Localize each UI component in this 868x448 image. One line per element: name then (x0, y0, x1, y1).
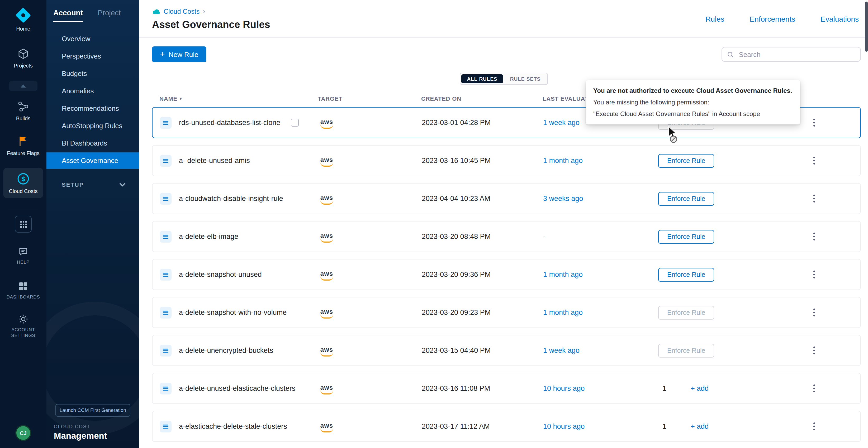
kebab-menu-icon[interactable] (809, 382, 819, 394)
launch-ccm-first-gen-button[interactable]: Launch CCM First Generation (55, 404, 130, 417)
sidebar-item-overview[interactable]: Overview (46, 31, 140, 47)
aws-text: aws (320, 119, 333, 125)
aws-smile-icon (320, 163, 333, 167)
created-on: 2023-03-17 11:12 AM (422, 422, 543, 430)
breadcrumb[interactable]: Cloud Costs › (152, 7, 205, 15)
kebab-menu-icon[interactable] (809, 116, 819, 129)
sidebar-item-perspectives[interactable]: Perspectives (46, 48, 140, 64)
enforce-rule-button[interactable]: Enforce Rule (658, 192, 714, 205)
rail-item-feature-flags[interactable]: Feature Flags (7, 135, 39, 156)
rule-name[interactable]: rds-unused-databases-list-clone (179, 119, 280, 127)
rule-name[interactable]: a- delete-unused-amis (179, 157, 250, 165)
toggle-rule-sets[interactable]: RULE SETS (504, 74, 547, 83)
sidebar-item-bi-dashboards[interactable]: BI Dashboards (46, 135, 140, 151)
add-enforcement-link[interactable]: + add (691, 384, 709, 392)
rule-name[interactable]: a-delete-unused-elasticache-clusters (179, 384, 295, 392)
tab-project[interactable]: Project (98, 8, 121, 22)
table-row[interactable]: a-delete-elb-image aws 2023-03-20 08:48 … (152, 221, 861, 252)
table-row[interactable]: a-delete-snapshot-with-no-volume aws 202… (152, 297, 861, 328)
table-row[interactable]: a-delete-snapshot-unused aws 2023-03-20 … (152, 259, 861, 290)
kebab-menu-icon[interactable] (809, 420, 819, 433)
aws-logo: aws (318, 385, 335, 394)
table-row[interactable]: a-elasticache-delete-stale-clusters aws … (152, 411, 861, 442)
aws-logo: aws (318, 233, 335, 243)
builds-pipeline-icon (17, 100, 30, 113)
enforce-rule-button[interactable]: Enforce Rule (658, 154, 714, 167)
row-checkbox[interactable] (291, 119, 299, 127)
kebab-menu-icon[interactable] (809, 269, 819, 281)
rule-name[interactable]: a-delete-elb-image (179, 233, 238, 240)
scrollbar-thumb[interactable] (865, 2, 868, 52)
table-row[interactable]: a-delete-unencrypted-buckets aws 2023-03… (152, 335, 861, 366)
column-header-name[interactable]: NAME ▾ (159, 96, 318, 102)
rule-name[interactable]: a-elasticache-delete-stale-clusters (179, 422, 287, 430)
enforce-rule-button[interactable]: Enforce Rule (658, 344, 714, 357)
aws-logo: aws (318, 347, 335, 356)
sidebar-item-anomalies[interactable]: Anomalies (46, 83, 140, 99)
footer-eyebrow: CLOUD COST (54, 424, 140, 429)
nav-link-enforcements[interactable]: Enforcements (749, 15, 795, 23)
plus-icon: + (160, 49, 165, 59)
aws-logo: aws (318, 119, 335, 129)
search-box[interactable] (721, 47, 861, 62)
rule-icon (160, 421, 172, 432)
table-row[interactable]: a-cloudwatch-disable-insight-rule aws 20… (152, 183, 861, 214)
aws-logo: aws (318, 195, 335, 205)
sidebar-item-autostopping-rules[interactable]: AutoStopping Rules (46, 117, 140, 134)
rule-name[interactable]: a-delete-snapshot-with-no-volume (179, 309, 287, 316)
toggle-all-rules[interactable]: ALL RULES (461, 74, 503, 83)
rail-item-dashboards[interactable]: DASHBOARDS (6, 281, 40, 300)
enforce-rule-button[interactable]: Enforce Rule (658, 230, 714, 243)
aws-smile-icon (320, 200, 333, 205)
rules-view-toggle: ALL RULES RULE SETS (460, 73, 548, 85)
search-icon (727, 51, 734, 58)
rule-name[interactable]: a-delete-snapshot-unused (179, 271, 262, 278)
setup-section-toggle[interactable]: SETUP (46, 181, 140, 188)
rule-name-cell: a-elasticache-delete-stale-clusters (160, 421, 318, 432)
last-evaluation: 1 week ago (543, 346, 658, 354)
kebab-menu-icon[interactable] (809, 193, 819, 205)
setup-label: SETUP (62, 181, 84, 188)
rail-item-help[interactable]: HELP (17, 246, 30, 265)
table-row[interactable]: a-delete-unused-elasticache-clusters aws… (152, 373, 861, 404)
add-enforcement-link[interactable]: + add (691, 422, 709, 430)
enforce-rule-button[interactable]: Enforce Rule (658, 268, 714, 281)
aws-logo: aws (318, 309, 335, 318)
rail-item-builds[interactable]: Builds (16, 100, 31, 121)
rule-name-cell: a-delete-snapshot-with-no-volume (160, 307, 318, 318)
tooltip-line-3: "Execute Cloud Asset Governance Rules" i… (593, 108, 793, 120)
rules-table: NAME ▾ TARGET CREATED ON LAST EVALUATION… (140, 92, 868, 442)
created-on: 2023-03-01 04:28 PM (422, 119, 543, 127)
module-picker-button[interactable] (15, 216, 32, 233)
sidebar-item-recommendations[interactable]: Recommendations (46, 100, 140, 116)
table-row[interactable]: a- delete-unused-amis aws 2023-03-16 10:… (152, 145, 861, 176)
rail-item-projects[interactable]: Projects (14, 47, 33, 69)
rule-name[interactable]: a-delete-unencrypted-buckets (179, 346, 273, 354)
target-cell: aws (318, 154, 422, 167)
header-name-label: NAME (159, 96, 177, 102)
user-avatar[interactable]: CJ (15, 425, 31, 441)
kebab-menu-icon[interactable] (809, 306, 819, 318)
rail-item-home[interactable]: Home (15, 7, 31, 32)
kebab-cell (809, 306, 860, 318)
nav-link-evaluations[interactable]: Evaluations (820, 15, 859, 23)
search-input[interactable] (738, 50, 855, 59)
kebab-menu-icon[interactable] (809, 344, 819, 356)
nav-link-rules[interactable]: Rules (706, 15, 724, 23)
target-cell: aws (318, 344, 422, 356)
kebab-menu-icon[interactable] (809, 231, 819, 243)
rail-label-help: HELP (17, 260, 30, 265)
enforce-rule-button[interactable]: Enforce Rule (658, 306, 714, 319)
rail-item-account-settings[interactable]: ACCOUNT SETTINGS (5, 314, 42, 339)
sidebar-item-budgets[interactable]: Budgets (46, 65, 140, 82)
rule-icon (160, 383, 172, 394)
tab-account[interactable]: Account (53, 8, 83, 22)
rule-name-cell: rds-unused-databases-list-clone (160, 117, 318, 129)
rail-collapse-button[interactable] (9, 81, 37, 91)
rule-name[interactable]: a-cloudwatch-disable-insight-rule (179, 195, 283, 203)
column-header-target: TARGET (318, 96, 421, 102)
kebab-menu-icon[interactable] (809, 154, 819, 167)
rail-item-cloud-costs[interactable]: $ Cloud Costs (3, 168, 43, 198)
sidebar-item-asset-governance[interactable]: Asset Governance (46, 152, 140, 169)
new-rule-button[interactable]: + New Rule (152, 46, 206, 62)
